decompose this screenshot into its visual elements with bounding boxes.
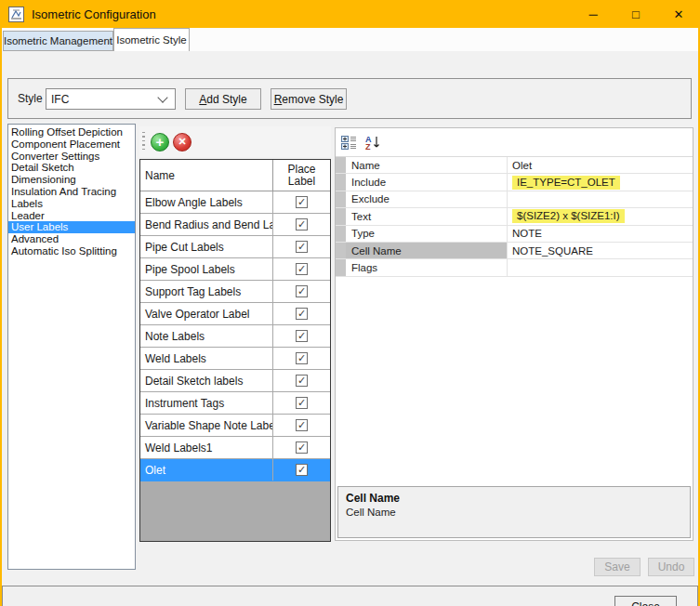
check-icon: ✓	[297, 353, 306, 363]
place-label-cell: ✓	[272, 437, 330, 458]
check-icon: ✓	[297, 309, 306, 319]
property-row-strip	[336, 174, 346, 190]
property-label: Cell Name	[346, 243, 508, 258]
table-row[interactable]: Elbow Angle Labels ✓	[140, 191, 330, 214]
place-label-checkbox[interactable]: ✓	[296, 196, 308, 208]
table-row[interactable]: Detail Sketch labels ✓	[140, 370, 330, 392]
place-label-checkbox[interactable]: ✓	[296, 419, 308, 431]
row-name: Weld Labels1	[140, 437, 272, 458]
remove-style-button[interactable]: Remove Style	[271, 88, 347, 110]
table-row[interactable]: Variable Shape Note Label ✓	[140, 415, 330, 437]
titlebar: Isometric Configuration ─ □ ✕	[0, 0, 700, 28]
place-label-cell: ✓	[272, 281, 330, 302]
sidebar-category-item[interactable]: Automatic Iso Splitting	[8, 245, 135, 257]
property-value[interactable]: Olet	[508, 157, 693, 173]
tab-isometric-style[interactable]: Isometric Style	[113, 28, 190, 51]
check-icon: ✓	[297, 264, 306, 274]
table-row[interactable]: Weld Labels1 ✓	[140, 437, 330, 459]
toolbar-grip[interactable]	[142, 132, 145, 152]
delete-label-icon[interactable]: ✕	[173, 133, 192, 152]
place-label-cell: ✓	[272, 214, 330, 235]
check-icon: ✓	[297, 242, 306, 252]
row-name: Note Labels	[140, 325, 272, 347]
table-row[interactable]: Olet ✓	[140, 459, 330, 481]
sidebar-category-item[interactable]: Leader	[8, 210, 135, 222]
name-column-header[interactable]: Name	[140, 160, 272, 191]
user-labels-table: Name Place Label Elbow Angle Labels ✓ Be…	[139, 159, 331, 542]
sidebar-category-item[interactable]: Insulation And Tracing	[8, 186, 135, 198]
sidebar-category-item[interactable]: Rolling Offset Depiction	[8, 126, 135, 138]
property-value-text: NOTE	[512, 228, 542, 239]
property-value[interactable]: NOTE	[508, 226, 693, 242]
table-row[interactable]: Weld Labels ✓	[140, 348, 330, 370]
categorized-view-icon[interactable]	[341, 135, 357, 150]
property-row[interactable]: Cell Name NOTE_SQUARE	[336, 243, 693, 259]
undo-button[interactable]: Undo	[648, 558, 694, 576]
place-label-checkbox[interactable]: ✓	[296, 263, 308, 275]
sidebar-category-item[interactable]: Dimensioning	[8, 174, 135, 186]
sidebar-category-item[interactable]: User Labels	[8, 221, 135, 233]
minimize-button[interactable]: ─	[572, 0, 614, 28]
tab-strip: Isometric Management Isometric Style	[2, 28, 698, 51]
app-icon	[8, 7, 24, 22]
place-label-checkbox[interactable]: ✓	[296, 375, 308, 387]
place-label-column-header[interactable]: Place Label	[272, 160, 330, 191]
sidebar-category-item[interactable]: Advanced	[8, 233, 135, 245]
place-label-checkbox[interactable]: ✓	[296, 352, 308, 364]
property-row[interactable]: Flags	[336, 259, 693, 276]
property-row[interactable]: Include IE_TYPE=CT_OLET	[336, 174, 693, 191]
place-label-checkbox[interactable]: ✓	[296, 464, 308, 476]
table-row[interactable]: Support Tag Labels ✓	[140, 281, 330, 303]
property-value[interactable]: $(SIZE2) x $(SIZE1:I)	[508, 208, 693, 224]
style-combobox[interactable]: IFC	[46, 88, 176, 110]
place-label-checkbox[interactable]: ✓	[296, 285, 308, 297]
check-icon: ✓	[297, 465, 306, 475]
check-icon: ✓	[297, 197, 306, 207]
sidebar-category-item[interactable]: Labels	[8, 198, 135, 210]
sidebar-category-item[interactable]: Converter Settings	[8, 151, 135, 163]
table-row[interactable]: Pipe Spool Labels ✓	[140, 258, 330, 281]
table-row[interactable]: Pipe Cut Labels ✓	[140, 236, 330, 258]
table-row[interactable]: Note Labels ✓	[140, 325, 330, 348]
property-row[interactable]: Exclude	[336, 191, 693, 208]
property-value[interactable]	[508, 259, 693, 275]
check-icon: ✓	[297, 375, 306, 386]
table-row[interactable]: Bend Radius and Bend La... ✓	[140, 214, 330, 236]
property-value[interactable]	[508, 191, 693, 207]
property-row[interactable]: Text $(SIZE2) x $(SIZE1:I)	[336, 208, 693, 225]
property-panel: A Z Name Olet Include IE_TYPE=CT_OLET Ex…	[335, 127, 693, 541]
sidebar-category-item[interactable]: Detail Sketch	[8, 162, 135, 174]
property-label: Flags	[346, 259, 508, 275]
place-label-checkbox[interactable]: ✓	[296, 308, 308, 320]
property-label: Exclude	[346, 191, 508, 207]
save-button[interactable]: Save	[594, 558, 641, 576]
close-button[interactable]: Close	[614, 596, 677, 606]
row-name: Pipe Cut Labels	[140, 236, 272, 257]
property-row-strip	[336, 243, 346, 258]
description-title: Cell Name	[346, 492, 682, 505]
property-label: Include	[346, 174, 508, 190]
tab-isometric-management[interactable]: Isometric Management	[3, 31, 113, 51]
add-style-button[interactable]: Add Style	[185, 88, 261, 110]
sidebar-category-item[interactable]: Component Placement	[8, 138, 135, 151]
labels-toolbar: + ✕	[139, 126, 331, 157]
place-label-checkbox[interactable]: ✓	[296, 218, 308, 231]
property-value[interactable]: NOTE_SQUARE	[508, 243, 693, 258]
maximize-button[interactable]: □	[614, 0, 657, 28]
place-label-checkbox[interactable]: ✓	[296, 397, 308, 409]
table-row[interactable]: Valve Operator Label ✓	[140, 303, 330, 325]
table-row[interactable]: Instrument Tags ✓	[140, 392, 330, 415]
alphabetical-sort-icon[interactable]: A Z	[365, 135, 380, 151]
place-label-cell: ✓	[272, 258, 330, 280]
place-label-checkbox[interactable]: ✓	[296, 330, 308, 342]
property-row[interactable]: Name Olet	[336, 157, 693, 174]
table-body: Elbow Angle Labels ✓ Bend Radius and Ben…	[140, 191, 330, 481]
description-text: Cell Name	[346, 507, 682, 518]
property-value[interactable]: IE_TYPE=CT_OLET	[508, 174, 693, 190]
place-label-checkbox[interactable]: ✓	[296, 241, 308, 253]
close-window-button[interactable]: ✕	[657, 0, 700, 28]
add-label-icon[interactable]: +	[151, 133, 169, 152]
property-grid-rows: Name Olet Include IE_TYPE=CT_OLET Exclud…	[336, 157, 693, 277]
property-row[interactable]: Type NOTE	[336, 226, 693, 243]
place-label-checkbox[interactable]: ✓	[296, 441, 308, 454]
